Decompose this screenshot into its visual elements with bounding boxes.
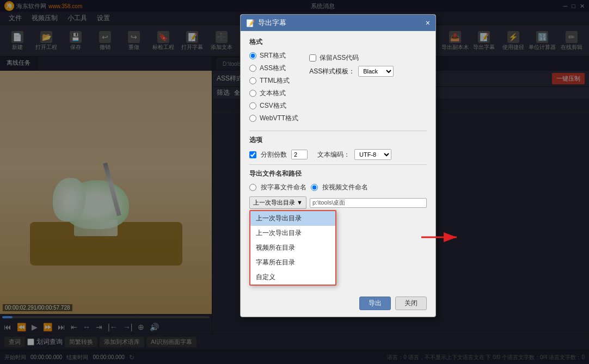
split-value[interactable] xyxy=(291,150,308,159)
preserve-ass-label: 保留ASS代码 xyxy=(320,53,359,63)
radio-csv: CSV格式 xyxy=(249,101,298,110)
dd-last-export-2[interactable]: 上一次导出目录 xyxy=(250,226,335,240)
radio-srt: SRT格式 xyxy=(249,51,298,60)
radio-ttml: TTML格式 xyxy=(249,76,298,85)
dialog-title-bar: 📝 导出字幕 × xyxy=(241,15,435,31)
export-dialog: 📝 导出字幕 × 格式 SRT格式 ASS格式 xyxy=(240,14,436,317)
ass-template-dialog-label: ASS样式模板： xyxy=(309,67,355,76)
ttml-radio[interactable] xyxy=(249,77,256,84)
by-subtitle-label: 按字幕文件命名 xyxy=(261,183,306,192)
dropdown-container: 上一次导出目录 上一次导出目录 视频所在目录 字幕所在目录 自定义 xyxy=(249,210,427,286)
red-arrow xyxy=(421,226,465,250)
radio-text: 文本格式 xyxy=(249,89,298,98)
path-input[interactable] xyxy=(310,198,427,208)
by-subtitle-radio[interactable] xyxy=(249,184,256,191)
ass-template-dialog-select[interactable]: Black White Default xyxy=(358,66,394,77)
by-video-label: 按视频文件命名 xyxy=(322,183,368,192)
text-label: 文本格式 xyxy=(260,89,286,98)
by-video-radio[interactable] xyxy=(311,184,318,191)
format-radios: SRT格式 ASS格式 TTML格式 文本格式 xyxy=(249,51,298,126)
ass-options: 保留ASS代码 ASS样式模板： Black White Default xyxy=(309,53,394,126)
separator-1 xyxy=(249,131,427,131)
srt-label: SRT格式 xyxy=(260,51,286,60)
path-dropdown-btn[interactable]: 上一次导出目录 ▼ xyxy=(249,196,306,209)
encoding-label: 文本编码： xyxy=(317,150,350,159)
dialog-close-footer-btn[interactable]: 关闭 xyxy=(395,297,427,310)
options-section-title: 选项 xyxy=(249,135,427,145)
webvtt-radio[interactable] xyxy=(249,115,256,122)
dialog-title-icon: 📝 xyxy=(246,19,255,27)
export-btn[interactable]: 导出 xyxy=(359,297,391,310)
dialog-footer: 导出 关闭 xyxy=(241,292,435,317)
ass-label: ASS格式 xyxy=(260,64,286,73)
radio-webvtt: WebVTT格式 xyxy=(249,114,298,123)
preserve-ass-check[interactable] xyxy=(309,54,316,61)
dialog-close-btn[interactable]: × xyxy=(426,18,430,27)
encoding-select[interactable]: UTF-8 GBK UTF-16 xyxy=(354,149,391,160)
preserve-ass-row: 保留ASS代码 xyxy=(309,53,394,63)
ttml-label: TTML格式 xyxy=(260,76,290,85)
path-dropdown: 上一次导出目录 上一次导出目录 视频所在目录 字幕所在目录 自定义 xyxy=(249,210,336,286)
path-section-title: 导出文件名和路径 xyxy=(249,169,427,178)
format-section-title: 格式 xyxy=(249,38,427,47)
separator-2 xyxy=(249,164,427,165)
dd-video-dir[interactable]: 视频所在目录 xyxy=(250,240,335,255)
dialog-body: 格式 SRT格式 ASS格式 TTML格式 xyxy=(241,31,435,292)
dd-custom[interactable]: 自定义 xyxy=(250,270,335,285)
dd-last-export-1[interactable]: 上一次导出目录 xyxy=(250,211,335,226)
csv-label: CSV格式 xyxy=(260,101,286,110)
options-row: 分割份数 文本编码： UTF-8 GBK UTF-16 xyxy=(249,149,427,160)
text-radio[interactable] xyxy=(249,90,256,97)
webvtt-label: WebVTT格式 xyxy=(260,114,298,123)
dialog-overlay: 📝 导出字幕 × 格式 SRT格式 ASS格式 xyxy=(0,0,589,364)
csv-radio[interactable] xyxy=(249,102,256,109)
split-label: 分割份数 xyxy=(261,150,287,159)
naming-row: 按字幕文件命名 按视频文件命名 xyxy=(249,183,427,192)
dd-subtitle-dir[interactable]: 字幕所在目录 xyxy=(250,255,335,270)
dialog-title-text: 导出字幕 xyxy=(258,18,286,28)
ass-radio[interactable] xyxy=(249,65,256,72)
split-check[interactable] xyxy=(249,151,256,158)
radio-ass: ASS格式 xyxy=(249,64,298,73)
srt-radio[interactable] xyxy=(249,52,256,59)
path-input-row: 上一次导出目录 ▼ xyxy=(249,196,427,209)
